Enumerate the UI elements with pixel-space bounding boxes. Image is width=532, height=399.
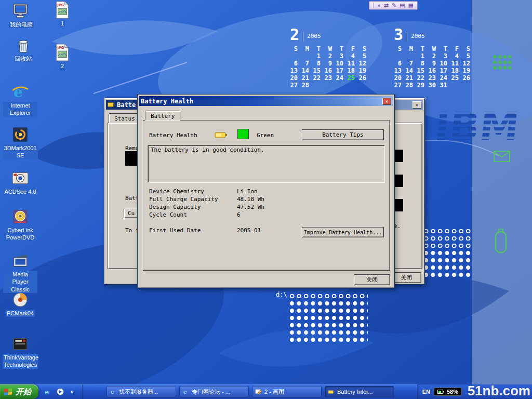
battery-title-icon	[108, 102, 115, 108]
task-label: 专门网论坛 - ...	[192, 388, 230, 396]
battery-fields: Device ChemistryLi-IonFull Charge Capaci…	[149, 188, 378, 219]
task-buttons: e找不到服务器...e专门网论坛 - ...2 - 画图Battery Info…	[107, 386, 394, 397]
condition-text: The battery is in good condition.	[151, 147, 264, 153]
my-computer-icon	[12, 2, 30, 20]
taskbar-task[interactable]: Battery Infor...	[325, 386, 394, 397]
desktop-icon-label: 3DMark2001 SE	[3, 144, 38, 159]
desktop-icon-label: ACDSee 4.0	[3, 188, 37, 195]
desktop-icon-label: CyberLink PowerDVD	[3, 227, 37, 242]
mpc-icon	[11, 252, 29, 270]
field-value: Li-Ion	[237, 188, 258, 195]
desktop-icon-mpc[interactable]: Media Player Classic	[3, 252, 37, 293]
battery-percent: 58%	[447, 389, 458, 395]
field-row: Full Charge Capacity48.18 Wh	[149, 195, 378, 203]
quick-launch: e»	[38, 384, 83, 399]
battery-health-label: Battery Health	[149, 132, 197, 139]
desktop-icon-my-computer[interactable]: 我的电脑	[4, 2, 38, 28]
desktop-icon-label: 2	[60, 62, 65, 70]
swap-icon[interactable]: ⇄	[384, 3, 389, 8]
field-label: Design Capacity	[149, 203, 237, 211]
desktop-icon-recycle-bin[interactable]: 回收站	[6, 36, 41, 62]
svg-text:JPG: JPG	[57, 3, 64, 7]
toolbar-grip[interactable]	[373, 3, 374, 8]
close-button[interactable]: 关闭	[391, 272, 421, 283]
ie-icon: e	[110, 388, 117, 395]
desktop-icon-label: 回收站	[14, 55, 33, 62]
battery-icon	[437, 389, 445, 394]
notes-icon[interactable]: ▦	[408, 3, 414, 8]
paint-icon	[255, 388, 262, 395]
desktop-file-2[interactable]: JPG2	[50, 44, 74, 70]
condition-textbox[interactable]: The battery is in good condition.	[148, 145, 385, 183]
speaker-icon[interactable]: ◖	[377, 3, 381, 8]
battery-tray[interactable]: 58%	[434, 388, 462, 396]
jpg-file-icon: JPG	[54, 1, 71, 19]
recycle-bin-icon	[15, 36, 32, 54]
field-row: Device ChemistryLi-Ion	[149, 188, 378, 195]
desktop-icon-pcmark[interactable]: PCMark04	[3, 291, 37, 317]
field-label: Cycle Count	[149, 211, 237, 219]
dialog-titlebar[interactable]: Battery Health ✕	[139, 96, 393, 106]
field-row: Design Capacity47.52 Wh	[149, 203, 378, 211]
keyboard-icon[interactable]: ▤	[400, 3, 405, 8]
battery-icon	[215, 131, 228, 139]
floating-toolbar: ◖⇄✎▤▦	[369, 1, 418, 10]
tab-battery[interactable]: Battery	[145, 111, 180, 121]
battery-health-dialog: Battery Health ✕ Battery Battery Health …	[137, 94, 395, 288]
powerdvd-icon	[11, 208, 29, 225]
watermark: 51nb.com	[468, 383, 530, 399]
taskbar-task[interactable]: 2 - 画图	[252, 386, 322, 397]
dialog-title: Battery Health	[141, 98, 193, 105]
taskbar-task[interactable]: e专门网论坛 - ...	[179, 386, 249, 397]
svg-text:e: e	[45, 388, 49, 396]
health-status-swatch	[237, 129, 249, 139]
health-status-text: Green	[257, 132, 274, 139]
desktop-icon-ie[interactable]: eInternet Explorer	[3, 83, 37, 117]
desktop-icon-label: ThinkVantage Technologies	[3, 354, 38, 369]
start-button[interactable]: 开始	[0, 384, 38, 399]
close-icon[interactable]: ✕	[382, 98, 391, 105]
thinkvantage-icon	[11, 335, 29, 353]
desktop-icon-label: 1	[60, 20, 65, 27]
desktop-icon-acdsee[interactable]: ACDSee 4.0	[3, 169, 37, 195]
windows-logo-icon	[4, 388, 13, 396]
battery-tips-button[interactable]: Battery Tips	[302, 129, 384, 140]
desktop-icon-label: Internet Explorer	[3, 102, 37, 117]
svg-text:JPG: JPG	[57, 46, 64, 50]
desktop-icon-thinkvantage[interactable]: ThinkVantage Technologies	[3, 335, 37, 369]
3dmark-icon	[11, 126, 29, 143]
field-value: 2005-01	[237, 227, 261, 234]
desktop-icon-powerdvd[interactable]: CyberLink PowerDVD	[3, 208, 37, 242]
start-label: 开始	[16, 387, 31, 397]
desktop-file-1[interactable]: JPG1	[50, 1, 74, 27]
field-value: 47.52 Wh	[237, 203, 264, 211]
desktop-icon-label: Media Player Classic	[3, 271, 37, 293]
task-label: 2 - 画图	[264, 388, 284, 396]
desktop-icon-3dmark[interactable]: 3DMark2001 SE	[3, 126, 37, 159]
quicklaunch-chevron-icon[interactable]: »	[69, 388, 77, 396]
field-row: Cycle Count6	[149, 211, 378, 219]
taskbar-task[interactable]: e找不到服务器...	[107, 386, 176, 397]
pcmark-icon	[11, 291, 29, 309]
desktop-icon-label: PCMark04	[6, 310, 35, 317]
quicklaunch-ie-icon[interactable]: e	[44, 388, 52, 396]
field-label: Full Charge Capacity	[149, 195, 237, 203]
ie-icon: e	[11, 83, 29, 101]
task-label: 找不到服务器...	[119, 388, 158, 396]
svg-text:e: e	[14, 84, 23, 101]
battery-icon	[328, 388, 335, 395]
close-button[interactable]: 关闭	[354, 274, 390, 285]
task-label: Battery Infor...	[337, 389, 373, 395]
desktop-icon-label: 我的电脑	[9, 21, 34, 28]
field-value: 48.18 Wh	[237, 195, 264, 203]
close-icon[interactable]: ✕	[413, 101, 421, 109]
tab-status[interactable]: Status	[109, 113, 141, 123]
field-value: 6	[237, 211, 241, 219]
quicklaunch-media-icon[interactable]	[56, 388, 64, 396]
language-indicator[interactable]: EN	[422, 389, 430, 395]
improve-battery-health-button[interactable]: Improve Battery Health...	[302, 227, 384, 237]
pen-icon[interactable]: ✎	[392, 3, 396, 8]
jpg-file-icon: JPG	[54, 44, 71, 61]
svg-text:»: »	[70, 388, 74, 395]
taskbar: 开始 e» e找不到服务器...e专门网论坛 - ...2 - 画图Batter…	[0, 384, 532, 399]
